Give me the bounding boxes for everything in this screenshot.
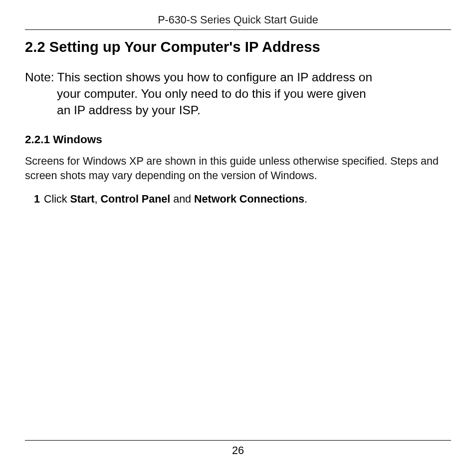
subsection-heading: 2.2.1 Windows xyxy=(25,133,451,146)
page-number: 26 xyxy=(25,445,451,457)
running-header: P-630-S Series Quick Start Guide xyxy=(25,14,451,26)
step-text: Click Start, Control Panel and Network C… xyxy=(44,192,307,207)
step-text-frag: and xyxy=(170,193,194,205)
section-heading: 2.2 Setting up Your Computer's IP Addres… xyxy=(25,39,451,55)
step-bold-start: Start xyxy=(70,193,95,205)
note-line-2: your computer. You only need to do this … xyxy=(25,86,451,102)
step-text-frag: , xyxy=(95,193,101,205)
step-1: 1 Click Start, Control Panel and Network… xyxy=(34,192,451,207)
step-bold-network-connections: Network Connections xyxy=(194,193,304,205)
step-text-frag: . xyxy=(304,193,307,205)
note-line-3: an IP address by your ISP. xyxy=(25,102,451,119)
page-footer: 26 xyxy=(25,440,451,457)
note-line-1: This section shows you how to configure … xyxy=(57,69,451,86)
note-label: Note: xyxy=(25,69,57,86)
subsection-paragraph: Screens for Windows XP are shown in this… xyxy=(25,154,451,183)
step-text-frag: Click xyxy=(44,193,70,205)
header-rule xyxy=(25,29,451,30)
document-page: P-630-S Series Quick Start Guide 2.2 Set… xyxy=(0,0,476,476)
note-block: Note: This section shows you how to conf… xyxy=(25,69,451,118)
step-bold-control-panel: Control Panel xyxy=(100,193,170,205)
footer-rule xyxy=(25,440,451,441)
step-number: 1 xyxy=(34,192,44,207)
